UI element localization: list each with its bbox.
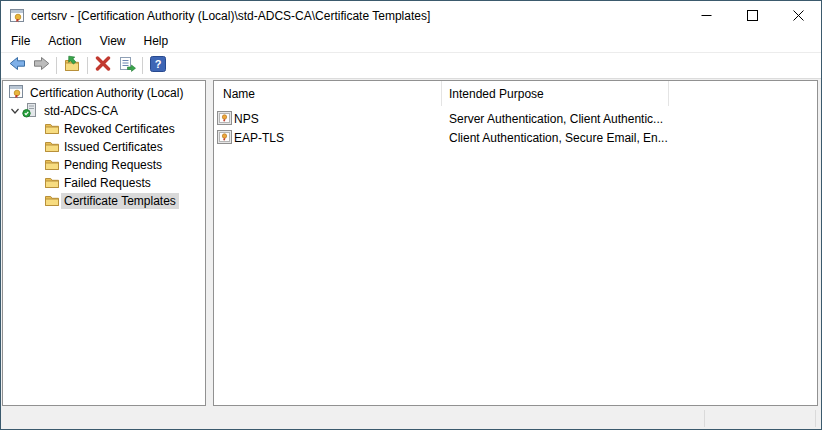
tree-item-certificate-templates[interactable]: Certificate Templates	[3, 192, 205, 210]
menu-help[interactable]: Help	[135, 30, 178, 52]
template-intended-purpose: Client Authentication, Secure Email, En.…	[449, 131, 668, 145]
tree-item-certification-authority[interactable]: Certification Authority (Local)	[3, 84, 205, 102]
menu-file[interactable]: File	[2, 30, 39, 52]
toolbar-separator	[87, 57, 88, 74]
delete-button[interactable]	[91, 55, 115, 77]
template-list: NPS Server Authentication, Client Authen…	[214, 106, 817, 147]
tree-item-revoked-certificates[interactable]: Revoked Certificates	[3, 120, 205, 138]
forward-button[interactable]	[29, 55, 53, 77]
export-list-icon	[119, 56, 136, 76]
certsrv-icon	[9, 8, 25, 24]
tree-item-issued-certificates[interactable]: Issued Certificates	[3, 138, 205, 156]
folder-icon	[44, 158, 60, 172]
ca-server-icon	[22, 102, 38, 121]
tree-item-label: Certificate Templates	[61, 193, 179, 209]
up-one-level-button[interactable]	[60, 55, 84, 77]
folder-icon	[44, 122, 60, 136]
list-item-eap-tls[interactable]: EAP-TLS Client Authentication, Secure Em…	[214, 128, 817, 147]
template-name: EAP-TLS	[234, 131, 284, 145]
window-title: certsrv - [Certification Authority (Loca…	[31, 9, 683, 23]
certificate-template-icon	[217, 130, 232, 144]
help-button[interactable]: ?	[146, 55, 170, 77]
tree-item-label: std-ADCS-CA	[38, 103, 121, 119]
minimize-button[interactable]	[683, 1, 729, 30]
console-tree: Certification Authority (Local)	[3, 81, 205, 210]
toolbar-separator	[56, 57, 57, 74]
column-header-name[interactable]: Name	[223, 87, 255, 101]
forward-arrow-icon	[33, 56, 50, 75]
tree-item-label: Failed Requests	[61, 175, 154, 191]
title-bar[interactable]: certsrv - [Certification Authority (Loca…	[1, 1, 821, 30]
toolbar-separator	[142, 57, 143, 74]
export-list-button[interactable]	[115, 55, 139, 77]
tree-item-label: Certification Authority (Local)	[24, 85, 186, 101]
folder-icon	[44, 176, 60, 190]
column-header-intended-purpose[interactable]: Intended Purpose	[449, 87, 544, 101]
tree-item-std-adcs-ca[interactable]: std-ADCS-CA	[3, 102, 205, 120]
help-icon: ?	[150, 56, 166, 76]
toolbar: ?	[1, 52, 821, 79]
status-bar-divider	[704, 410, 705, 427]
close-icon	[793, 7, 804, 25]
certificate-template-icon	[217, 111, 232, 125]
tree-item-failed-requests[interactable]: Failed Requests	[3, 174, 205, 192]
menu-action[interactable]: Action	[39, 30, 90, 52]
menu-bar: File Action View Help	[1, 30, 821, 52]
tree-item-label: Revoked Certificates	[61, 121, 178, 137]
tree-item-label: Issued Certificates	[61, 139, 166, 155]
maximize-icon	[747, 7, 758, 25]
window-controls	[683, 1, 821, 30]
close-button[interactable]	[775, 1, 821, 30]
status-bar-divider	[815, 410, 816, 427]
back-arrow-icon	[9, 56, 26, 75]
status-bar	[1, 407, 821, 430]
results-pane: Name Intended Purpose NPS	[213, 80, 818, 406]
chevron-down-icon[interactable]	[7, 106, 22, 116]
tree-item-pending-requests[interactable]: Pending Requests	[3, 156, 205, 174]
back-button[interactable]	[5, 55, 29, 77]
list-item-nps[interactable]: NPS Server Authentication, Client Authen…	[214, 109, 817, 128]
certsrv-icon	[8, 84, 24, 103]
certsrv-window: certsrv - [Certification Authority (Loca…	[0, 0, 822, 430]
folder-up-icon	[63, 55, 81, 76]
minimize-icon	[701, 7, 712, 25]
folder-icon	[44, 194, 60, 208]
svg-text:?: ?	[155, 58, 162, 70]
list-header: Name Intended Purpose	[214, 81, 817, 106]
red-x-icon	[95, 56, 111, 75]
template-name: NPS	[234, 112, 259, 126]
maximize-button[interactable]	[729, 1, 775, 30]
folder-icon	[44, 140, 60, 154]
column-separator[interactable]	[441, 81, 442, 106]
tree-item-label: Pending Requests	[61, 157, 165, 173]
template-intended-purpose: Server Authentication, Client Authentic.…	[449, 112, 663, 126]
console-tree-pane: Certification Authority (Local)	[2, 80, 206, 406]
menu-view[interactable]: View	[91, 30, 135, 52]
column-separator[interactable]	[668, 81, 669, 106]
content-area: Certification Authority (Local)	[1, 79, 821, 430]
